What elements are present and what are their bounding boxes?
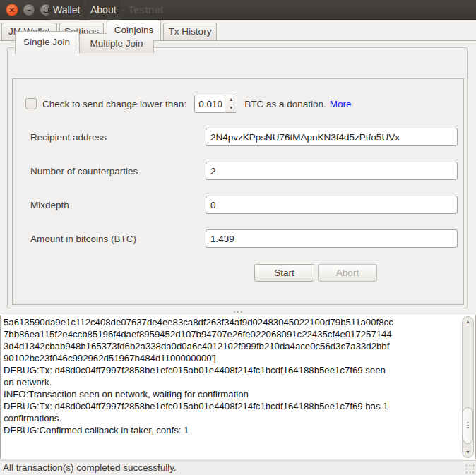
status-message: All transaction(s) completed successfull… — [3, 462, 177, 473]
donation-row: Check to send change lower than: ▲ ▼ BTC… — [25, 95, 351, 113]
log-line: 90102bc23f046c992962d51967b484d110000000… — [4, 352, 460, 364]
counterparties-label: Number of counterparties — [30, 166, 207, 176]
titlebar: ✕ – - Testnet Wallet About — [0, 0, 476, 20]
coinjoin-frame: Single Join Multiple Join Check to send … — [7, 47, 468, 308]
log-line: 3d4d1342cbab948b165373fd6b2a338da0d0a6c4… — [4, 340, 460, 352]
log-lines: 5a613590da9e1c112c408de07637de4ee83ca8df… — [4, 316, 460, 436]
close-button[interactable]: ✕ — [6, 4, 18, 16]
log-line: 7bb86ea115f2e4ccb85196f4daef8959452d107b… — [4, 328, 460, 340]
resize-grip[interactable] — [465, 464, 475, 474]
scrollbar-thumb[interactable] — [463, 407, 473, 444]
menu-about[interactable]: About — [86, 0, 121, 20]
window-title: - Testnet — [121, 0, 164, 20]
minimize-button[interactable]: – — [23, 4, 35, 16]
donation-checkbox[interactable] — [25, 98, 37, 109]
more-link[interactable]: More — [330, 99, 352, 109]
coinjoins-tab-page: Single Join Multiple Join Check to send … — [0, 40, 476, 308]
log-line: confirmations. — [4, 412, 460, 424]
abort-button: Abort — [318, 264, 377, 282]
log-output[interactable]: 5a613590da9e1c112c408de07637de4ee83ca8df… — [0, 315, 476, 459]
spin-down-icon[interactable]: ▼ — [225, 104, 237, 112]
scroll-up-icon[interactable]: ▲ — [463, 317, 473, 327]
recipient-address-input[interactable] — [206, 128, 458, 146]
scrollbar-grip-icon — [467, 422, 469, 428]
splitter-dots-icon — [234, 311, 242, 313]
log-scrollbar[interactable]: ▲ ▼ — [462, 316, 474, 458]
counterparties-input[interactable] — [206, 162, 458, 180]
amount-input[interactable] — [206, 229, 458, 248]
amount-label: Amount in bitcoins (BTC) — [30, 234, 207, 244]
tab-single-join[interactable]: Single Join — [15, 31, 78, 54]
donation-suffix: BTC as a donation. — [244, 99, 326, 109]
mixdepth-label: Mixdepth — [30, 200, 207, 210]
status-bar: All transaction(s) completed successfull… — [0, 460, 476, 475]
spinner-arrows: ▲ ▼ — [225, 95, 237, 112]
menu-wallet[interactable]: Wallet — [49, 0, 84, 20]
single-join-pane: Check to send change lower than: ▲ ▼ BTC… — [12, 78, 464, 305]
log-line: on network. — [4, 376, 460, 388]
maximize-icon — [44, 8, 49, 13]
donation-spinbox: ▲ ▼ — [194, 95, 237, 113]
spin-up-icon[interactable]: ▲ — [225, 95, 237, 104]
tab-coinjoins[interactable]: Coinjoins — [107, 20, 161, 40]
log-line: DEBUG:Tx: d48d0c04ff7997f2858be1efc015ab… — [4, 400, 460, 412]
splitter-handle[interactable] — [0, 308, 476, 315]
log-line: DEBUG:Confirmed callback in taker, confs… — [4, 424, 460, 436]
mixdepth-input[interactable] — [206, 196, 458, 214]
donation-amount-input[interactable] — [195, 95, 225, 112]
joinmarket-window: ✕ – - Testnet Wallet About Single Join M… — [0, 0, 476, 475]
log-line: DEBUG:Tx: d48d0c04ff7997f2858be1efc015ab… — [4, 364, 460, 376]
recipient-address-label: Recipient address — [30, 132, 207, 143]
scroll-down-icon[interactable]: ▼ — [463, 447, 473, 457]
donation-label: Check to send change lower than: — [42, 99, 186, 109]
tab-tx-history[interactable]: Tx History — [163, 23, 217, 40]
log-line: 5a613590da9e1c112c408de07637de4ee83ca8df… — [4, 316, 460, 328]
log-line: INFO:Transaction seen on network, waitin… — [4, 388, 460, 400]
start-button[interactable]: Start — [254, 264, 314, 282]
